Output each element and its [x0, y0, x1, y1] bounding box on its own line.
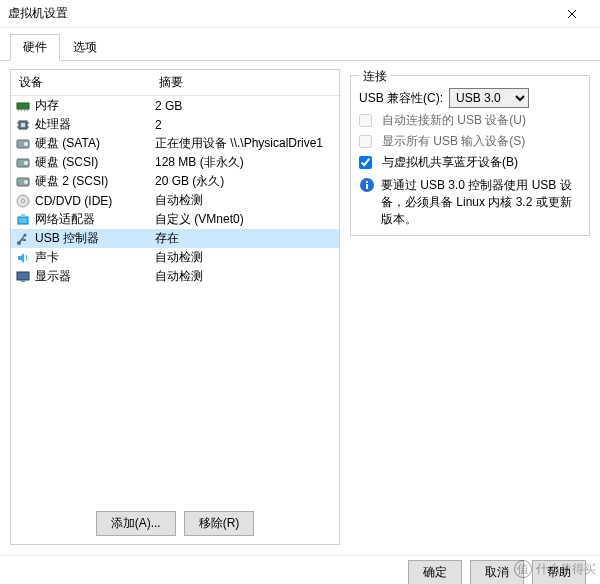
svg-point-12 [24, 142, 28, 146]
svg-point-18 [22, 199, 25, 202]
help-button[interactable]: 帮助 [532, 560, 586, 584]
svg-rect-20 [21, 214, 25, 217]
show-all-checkbox [359, 135, 372, 148]
header-summary: 摘要 [151, 70, 339, 95]
cpu-icon [15, 117, 31, 133]
ok-button[interactable]: 确定 [408, 560, 462, 584]
table-row[interactable]: 硬盘 (SATA)正在使用设备 \\.\PhysicalDrive1 [11, 134, 339, 153]
device-name: 显示器 [35, 268, 71, 285]
device-name: 内存 [35, 97, 59, 114]
table-row[interactable]: CD/DVD (IDE)自动检测 [11, 191, 339, 210]
svg-rect-28 [366, 181, 368, 183]
usb-compat-select[interactable]: USB 3.0 [449, 88, 529, 108]
svg-rect-1 [18, 109, 19, 111]
cancel-button[interactable]: 取消 [470, 560, 524, 584]
group-connections-title: 连接 [359, 68, 391, 85]
close-icon [567, 9, 577, 19]
device-summary: 2 GB [151, 99, 339, 113]
header-device: 设备 [11, 70, 151, 95]
cd-icon [15, 193, 31, 209]
device-summary: 正在使用设备 \\.\PhysicalDrive1 [151, 135, 339, 152]
tab-hardware[interactable]: 硬件 [10, 34, 60, 61]
svg-rect-25 [21, 280, 25, 282]
table-row[interactable]: 硬盘 (SCSI)128 MB (非永久) [11, 153, 339, 172]
svg-point-16 [24, 180, 28, 184]
device-name: CD/DVD (IDE) [35, 194, 112, 208]
info-text: 要通过 USB 3.0 控制器使用 USB 设备，必须具备 Linux 内核 3… [381, 177, 581, 227]
usb-compat-label: USB 兼容性(C): [359, 90, 443, 107]
sound-icon [15, 250, 31, 266]
remove-button[interactable]: 移除(R) [184, 511, 255, 536]
table-row[interactable]: 处理器2 [11, 115, 339, 134]
display-icon [15, 269, 31, 285]
svg-rect-6 [21, 123, 25, 127]
svg-point-14 [24, 161, 28, 165]
device-summary: 20 GB (永久) [151, 173, 339, 190]
share-bt-checkbox[interactable] [359, 156, 372, 169]
device-list: 内存2 GB处理器2硬盘 (SATA)正在使用设备 \\.\PhysicalDr… [11, 96, 339, 503]
info-icon [359, 177, 375, 193]
disk-icon [15, 174, 31, 190]
disk-icon [15, 155, 31, 171]
device-summary: 自动检测 [151, 192, 339, 209]
svg-rect-24 [17, 272, 29, 280]
close-button[interactable] [552, 0, 592, 28]
auto-connect-label: 自动连接新的 USB 设备(U) [382, 112, 526, 129]
device-name: 硬盘 2 (SCSI) [35, 173, 108, 190]
share-bt-label: 与虚拟机共享蓝牙设备(B) [382, 154, 518, 171]
tab-options[interactable]: 选项 [60, 34, 110, 60]
device-name: 硬盘 (SCSI) [35, 154, 98, 171]
memory-icon [15, 98, 31, 114]
svg-rect-23 [24, 239, 26, 241]
device-name: 声卡 [35, 249, 59, 266]
svg-rect-3 [24, 109, 25, 111]
svg-rect-19 [18, 217, 28, 224]
device-summary: 自定义 (VMnet0) [151, 211, 339, 228]
show-all-label: 显示所有 USB 输入设备(S) [382, 133, 525, 150]
table-row[interactable]: 硬盘 2 (SCSI)20 GB (永久) [11, 172, 339, 191]
svg-point-22 [24, 233, 27, 236]
device-summary: 自动检测 [151, 268, 339, 285]
auto-connect-checkbox [359, 114, 372, 127]
usb-icon [15, 231, 31, 247]
svg-rect-0 [17, 103, 29, 109]
disk-icon [15, 136, 31, 152]
device-summary: 自动检测 [151, 249, 339, 266]
window-title: 虚拟机设置 [8, 5, 552, 22]
device-summary: 2 [151, 118, 339, 132]
device-name: USB 控制器 [35, 230, 99, 247]
device-summary: 128 MB (非永久) [151, 154, 339, 171]
add-button[interactable]: 添加(A)... [96, 511, 176, 536]
net-icon [15, 212, 31, 228]
device-name: 处理器 [35, 116, 71, 133]
device-name: 网络适配器 [35, 211, 95, 228]
table-row[interactable]: 内存2 GB [11, 96, 339, 115]
table-row[interactable]: USB 控制器存在 [11, 229, 339, 248]
svg-rect-2 [21, 109, 22, 111]
table-row[interactable]: 网络适配器自定义 (VMnet0) [11, 210, 339, 229]
svg-rect-4 [27, 109, 28, 111]
table-row[interactable]: 显示器自动检测 [11, 267, 339, 286]
svg-rect-27 [366, 184, 368, 189]
table-row[interactable]: 声卡自动检测 [11, 248, 339, 267]
device-summary: 存在 [151, 230, 339, 247]
device-name: 硬盘 (SATA) [35, 135, 100, 152]
